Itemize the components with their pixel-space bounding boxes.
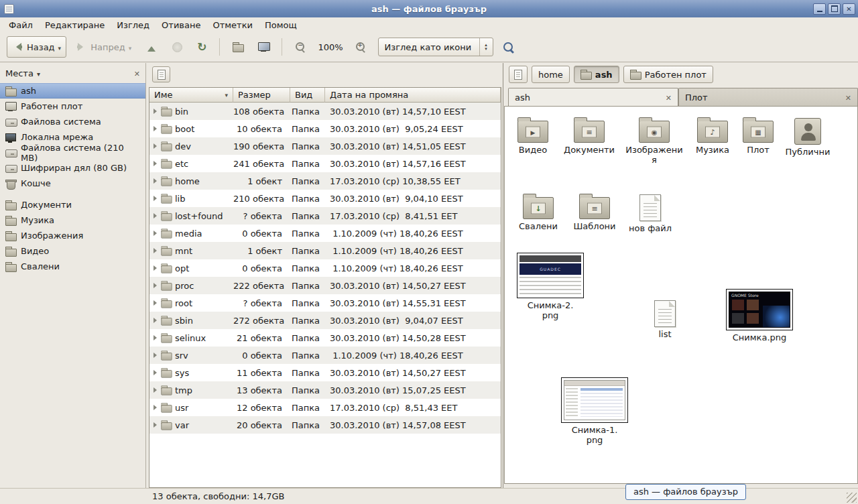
computer-button[interactable] <box>253 36 274 58</box>
expander-icon[interactable] <box>154 161 157 166</box>
column-header-size[interactable]: Размер <box>233 88 290 103</box>
table-row[interactable]: etc241 обектаПапка30.03.2010 (вт) 14,57,… <box>149 155 501 172</box>
tab-ash[interactable]: ash <box>508 88 678 106</box>
table-row[interactable]: lost+found? обектаПапка17.03.2010 (ср) 8… <box>149 207 501 225</box>
tab-close-icon[interactable] <box>666 92 672 103</box>
table-row[interactable]: sys11 обектаПапка30.03.2010 (вт) 14,50,2… <box>149 364 501 381</box>
sidebar-item-filesystem-210mb[interactable]: Файлова система (210 MB) <box>0 145 145 160</box>
expander-icon[interactable] <box>154 335 157 340</box>
sidebar-item-music[interactable]: Музика <box>0 212 145 228</box>
tab-close-icon[interactable] <box>845 92 851 103</box>
chevron-down-icon[interactable] <box>37 68 40 78</box>
forward-button[interactable]: Напред <box>70 36 137 58</box>
icon-item-videos[interactable]: Видео <box>505 116 561 155</box>
menu-bookmarks[interactable]: Отметки <box>206 19 258 32</box>
path-button-ash[interactable]: ash <box>574 66 619 83</box>
menu-file[interactable]: Файл <box>3 19 39 32</box>
table-row[interactable]: var20 обектаПапка30.03.2010 (вт) 14,57,0… <box>149 416 501 434</box>
icon-item-templates[interactable]: Шаблони <box>566 192 623 231</box>
sidebar-item-trash[interactable]: Кошче <box>0 176 145 191</box>
tree-body[interactable]: bin108 обектаПапка30.03.2010 (вт) 14,57,… <box>149 103 501 487</box>
table-row[interactable]: lib210 обектаПапка30.03.2010 (вт) 9,04,1… <box>149 190 501 207</box>
close-button[interactable] <box>843 3 855 15</box>
menu-help[interactable]: Помощ <box>259 19 303 32</box>
expander-icon[interactable] <box>154 265 157 271</box>
icon-item-new-file[interactable]: нов файл <box>624 192 676 233</box>
expander-icon[interactable] <box>154 370 157 375</box>
icon-item-snimka-2[interactable]: GUADEC Снимка-2.png <box>514 253 587 321</box>
sidebar-title[interactable]: Места <box>5 68 34 78</box>
expander-icon[interactable] <box>154 387 157 393</box>
title-bar[interactable]: ash — файлов браузър <box>0 0 858 17</box>
up-button[interactable] <box>141 36 163 58</box>
table-row[interactable]: opt0 обектаПапка 1.10.2009 (чт) 18,40,26… <box>149 259 501 277</box>
tab-plot[interactable]: Плот <box>678 88 858 106</box>
stop-button[interactable] <box>167 36 188 58</box>
expander-icon[interactable] <box>154 422 157 428</box>
table-row[interactable]: dev190 обектаПапка30.03.2010 (вт) 14,51,… <box>149 137 501 155</box>
sidebar-item-encrypted-80gb[interactable]: Шифриран дял (80 GB) <box>0 160 145 176</box>
menu-go[interactable]: Отиване <box>156 19 206 32</box>
location-toggle-button[interactable] <box>509 66 528 83</box>
sidebar-item-pictures[interactable]: Изображения <box>0 228 145 243</box>
expander-icon[interactable] <box>154 300 157 306</box>
search-button[interactable] <box>497 36 519 58</box>
sidebar-item-documents[interactable]: Документи <box>0 197 145 212</box>
column-header-name[interactable]: Име <box>149 88 233 103</box>
table-row[interactable]: usr12 обектаПапка17.03.2010 (ср) 8,51,43… <box>149 399 501 416</box>
expander-icon[interactable] <box>154 143 157 149</box>
column-header-date[interactable]: Дата на промяна <box>325 88 501 103</box>
expander-icon[interactable] <box>154 318 157 323</box>
icon-item-desktop[interactable]: Плот <box>733 116 784 155</box>
sidebar-item-desktop[interactable]: Работен плот <box>0 99 145 114</box>
sidebar-item-filesystem[interactable]: Файлова система <box>0 114 145 129</box>
back-button[interactable]: Назад <box>7 36 66 58</box>
pane-toggle-button[interactable] <box>152 66 170 82</box>
column-header-type[interactable]: Вид <box>290 88 325 103</box>
icon-item-snimka-1[interactable]: Снимка-1.png <box>558 377 631 446</box>
icon-item-downloads[interactable]: Свалени <box>510 192 566 231</box>
sidebar-item-downloads[interactable]: Свалени <box>0 259 145 274</box>
icon-item-public[interactable]: Публични <box>781 116 835 157</box>
table-row[interactable]: mnt1 обектПапка 1.10.2009 (чт) 18,40,26 … <box>149 242 501 259</box>
expander-icon[interactable] <box>154 283 157 288</box>
icon-view[interactable]: Видео Документи Изображения Музика Плот … <box>504 106 858 484</box>
expander-icon[interactable] <box>154 178 157 184</box>
maximize-button[interactable] <box>828 3 841 15</box>
expander-icon[interactable] <box>154 126 157 131</box>
table-row[interactable]: sbin272 обектаПапка30.03.2010 (вт) 9,04,… <box>149 312 501 329</box>
table-row[interactable]: srv0 обектаПапка 1.10.2009 (чт) 18,40,26… <box>149 346 501 364</box>
reload-button[interactable] <box>192 36 212 58</box>
menu-edit[interactable]: Редактиране <box>39 19 111 32</box>
table-row[interactable]: media0 обектаПапка 1.10.2009 (чт) 18,40,… <box>149 225 501 242</box>
icon-item-pictures[interactable]: Изображения <box>625 116 683 166</box>
menu-view[interactable]: Изглед <box>111 19 156 32</box>
table-row[interactable]: boot10 обектаПапка30.03.2010 (вт) 9,05,2… <box>149 120 501 137</box>
zoom-in-button[interactable] <box>350 36 371 58</box>
table-row[interactable]: proc222 обектаПапка30.03.2010 (вт) 14,50… <box>149 277 501 294</box>
table-row[interactable]: bin108 обектаПапка30.03.2010 (вт) 14,57,… <box>149 103 501 120</box>
expander-icon[interactable] <box>154 196 157 201</box>
path-button-home[interactable]: home <box>532 66 570 83</box>
minimize-button[interactable] <box>813 3 826 15</box>
expander-icon[interactable] <box>154 213 157 218</box>
view-mode-select[interactable]: Изглед като икони <box>378 38 493 56</box>
icon-item-documents[interactable]: Документи <box>561 116 617 155</box>
expander-icon[interactable] <box>154 231 157 236</box>
expander-icon[interactable] <box>154 353 157 358</box>
path-button-desktop[interactable]: Работен плот <box>623 66 713 83</box>
expander-icon[interactable] <box>154 109 157 114</box>
table-row[interactable]: selinux21 обектаПапка30.03.2010 (вт) 14,… <box>149 329 501 346</box>
table-row[interactable]: root? обектаПапка30.03.2010 (вт) 14,55,3… <box>149 294 501 312</box>
table-row[interactable]: home1 обектПапка17.03.2010 (ср) 10,38,55… <box>149 172 501 190</box>
icon-item-list[interactable]: list <box>637 298 692 339</box>
expander-icon[interactable] <box>154 405 157 410</box>
sidebar-item-videos[interactable]: Видео <box>0 243 145 259</box>
sidebar-close-icon[interactable] <box>134 68 140 78</box>
sidebar-item-ash[interactable]: ash <box>0 83 145 99</box>
expander-icon[interactable] <box>154 248 157 253</box>
zoom-out-button[interactable] <box>290 36 311 58</box>
table-row[interactable]: tmp13 обектаПапка30.03.2010 (вт) 15,07,2… <box>149 381 501 399</box>
resize-grip[interactable] <box>847 493 857 503</box>
home-button[interactable] <box>227 36 249 58</box>
